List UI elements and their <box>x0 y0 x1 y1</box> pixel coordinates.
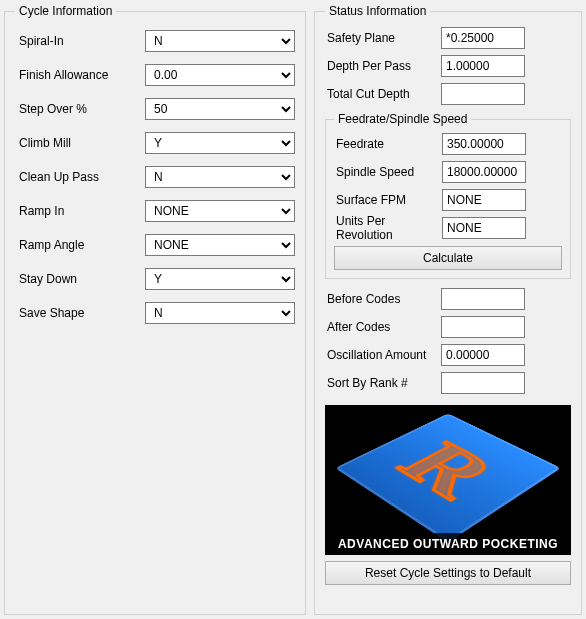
safety-plane-label: Safety Plane <box>325 31 441 45</box>
ramp-in-select[interactable]: NONE <box>145 200 295 222</box>
before-codes-input[interactable] <box>441 288 525 310</box>
cycle-information-group: Cycle Information Spiral-In N Finish All… <box>4 4 306 615</box>
feedrate-spindle-legend: Feedrate/Spindle Speed <box>334 112 471 126</box>
feedrate-label: Feedrate <box>334 137 442 151</box>
units-per-rev-input[interactable] <box>442 217 526 239</box>
ramp-in-label: Ramp In <box>15 204 145 218</box>
after-codes-label: After Codes <box>325 320 441 334</box>
total-cut-depth-input[interactable] <box>441 83 525 105</box>
status-information-group: Status Information Safety Plane Depth Pe… <box>314 4 582 615</box>
safety-plane-input[interactable] <box>441 27 525 49</box>
stay-down-label: Stay Down <box>15 272 145 286</box>
oscillation-amount-input[interactable] <box>441 344 525 366</box>
clean-up-pass-label: Clean Up Pass <box>15 170 145 184</box>
units-per-rev-label: Units Per Revolution <box>334 214 442 242</box>
preview-glyph: R <box>375 432 518 512</box>
ramp-angle-select[interactable]: NONE <box>145 234 295 256</box>
save-shape-select[interactable]: N <box>145 302 295 324</box>
climb-mill-select[interactable]: Y <box>145 132 295 154</box>
status-information-legend: Status Information <box>325 4 430 18</box>
spiral-in-label: Spiral-In <box>15 34 145 48</box>
stay-down-select[interactable]: Y <box>145 268 295 290</box>
step-over-label: Step Over % <box>15 102 145 116</box>
spindle-speed-input[interactable] <box>442 161 526 183</box>
climb-mill-label: Climb Mill <box>15 136 145 150</box>
sort-by-rank-input[interactable] <box>441 372 525 394</box>
clean-up-pass-select[interactable]: N <box>145 166 295 188</box>
feedrate-spindle-group: Feedrate/Spindle Speed Feedrate Spindle … <box>325 112 571 279</box>
depth-per-pass-input[interactable] <box>441 55 525 77</box>
surface-fpm-input[interactable] <box>442 189 526 211</box>
preview-caption: ADVANCED OUTWARD POCKETING <box>325 533 571 555</box>
finish-allowance-label: Finish Allowance <box>15 68 145 82</box>
save-shape-label: Save Shape <box>15 306 145 320</box>
spindle-speed-label: Spindle Speed <box>334 165 442 179</box>
oscillation-amount-label: Oscillation Amount <box>325 348 441 362</box>
cycle-information-legend: Cycle Information <box>15 4 116 18</box>
step-over-select[interactable]: 50 <box>145 98 295 120</box>
after-codes-input[interactable] <box>441 316 525 338</box>
feedrate-input[interactable] <box>442 133 526 155</box>
spiral-in-select[interactable]: N <box>145 30 295 52</box>
depth-per-pass-label: Depth Per Pass <box>325 59 441 73</box>
calculate-button[interactable]: Calculate <box>334 246 562 270</box>
before-codes-label: Before Codes <box>325 292 441 306</box>
reset-cycle-settings-button[interactable]: Reset Cycle Settings to Default <box>325 561 571 585</box>
surface-fpm-label: Surface FPM <box>334 193 442 207</box>
sort-by-rank-label: Sort By Rank # <box>325 376 441 390</box>
ramp-angle-label: Ramp Angle <box>15 238 145 252</box>
total-cut-depth-label: Total Cut Depth <box>325 87 441 101</box>
finish-allowance-select[interactable]: 0.00 <box>145 64 295 86</box>
preview-image: R ADVANCED OUTWARD POCKETING <box>325 405 571 555</box>
